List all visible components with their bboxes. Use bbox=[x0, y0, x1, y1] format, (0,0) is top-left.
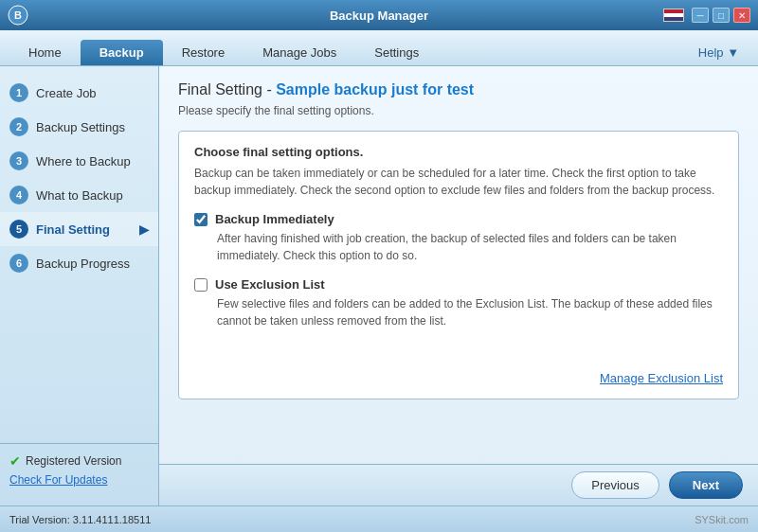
sidebar-item-backup-progress-label: Backup Progress bbox=[36, 257, 130, 271]
sidebar-items: 1 Create Job 2 Backup Settings 3 Where t… bbox=[0, 76, 158, 443]
registered-check-icon: ✔ bbox=[9, 453, 21, 469]
app-title: Backup Manager bbox=[330, 9, 428, 23]
title-bar-left: B bbox=[8, 5, 28, 26]
step-number-6: 6 bbox=[9, 254, 28, 273]
settings-box: Choose final setting options. Backup can… bbox=[178, 131, 739, 399]
help-button[interactable]: Help ▼ bbox=[689, 40, 749, 65]
sidebar-item-where-to-backup-label: Where to Backup bbox=[36, 154, 131, 168]
nav-tab-home[interactable]: Home bbox=[9, 40, 81, 65]
step-number-5: 5 bbox=[9, 220, 28, 239]
use-exclusion-checkbox[interactable] bbox=[194, 278, 208, 292]
nav-tab-backup[interactable]: Backup bbox=[81, 40, 163, 65]
title-bar: B Backup Manager ─ □ ✕ bbox=[0, 0, 758, 30]
content-inner: Final Setting - Sample backup just for t… bbox=[159, 66, 758, 464]
registered-label: Registered Version bbox=[26, 454, 121, 468]
backup-immediately-desc: After having finished with job creation,… bbox=[217, 230, 723, 264]
sidebar-item-backup-settings-label: Backup Settings bbox=[36, 120, 125, 134]
registered-text: ✔ Registered Version bbox=[9, 453, 149, 469]
footer-bar: Previous Next bbox=[159, 464, 758, 505]
next-button[interactable]: Next bbox=[669, 471, 743, 499]
settings-box-desc: Backup can be taken immediately or can b… bbox=[194, 165, 723, 199]
manage-exclusion-link[interactable]: Manage Exclusion List bbox=[194, 343, 723, 385]
content-area: Final Setting - Sample backup just for t… bbox=[159, 66, 758, 505]
sidebar-item-final-setting[interactable]: 5 Final Setting ▶ bbox=[0, 212, 158, 246]
settings-box-title: Choose final setting options. bbox=[194, 145, 723, 159]
minimize-button[interactable]: ─ bbox=[692, 8, 709, 23]
sidebar-item-create-job-label: Create Job bbox=[36, 86, 97, 100]
step-number-1: 1 bbox=[9, 83, 28, 102]
page-title-accent: Sample backup just for test bbox=[276, 81, 474, 98]
sidebar-item-where-to-backup[interactable]: 3 Where to Backup bbox=[0, 144, 158, 178]
use-exclusion-text: Use Exclusion List bbox=[215, 277, 325, 292]
sidebar: 1 Create Job 2 Backup Settings 3 Where t… bbox=[0, 66, 159, 505]
svg-text:B: B bbox=[14, 9, 22, 21]
close-button[interactable]: ✕ bbox=[733, 8, 750, 23]
sidebar-bottom: ✔ Registered Version Check For Updates bbox=[0, 443, 158, 496]
previous-button[interactable]: Previous bbox=[571, 471, 659, 499]
app-icon: B bbox=[8, 5, 28, 26]
backup-immediately-text: Backup Immediately bbox=[215, 212, 334, 226]
step-number-2: 2 bbox=[9, 117, 28, 136]
brand-text: SYSkit.com bbox=[695, 514, 749, 525]
active-arrow-icon: ▶ bbox=[139, 222, 149, 237]
use-exclusion-desc: Few selective files and folders can be a… bbox=[217, 295, 723, 329]
page-title-prefix: Final Setting - bbox=[178, 81, 276, 98]
sidebar-item-backup-settings[interactable]: 2 Backup Settings bbox=[0, 110, 158, 144]
status-bar: Trial Version: 3.11.4111.18511 SYSkit.co… bbox=[0, 505, 758, 532]
main-layout: 1 Create Job 2 Backup Settings 3 Where t… bbox=[0, 66, 758, 505]
backup-immediately-checkbox[interactable] bbox=[194, 213, 208, 226]
use-exclusion-section: Use Exclusion List Few selective files a… bbox=[194, 277, 723, 329]
check-updates-link[interactable]: Check For Updates bbox=[9, 473, 107, 487]
nav-bar: Home Backup Restore Manage Jobs Settings… bbox=[0, 30, 758, 66]
backup-immediately-label[interactable]: Backup Immediately bbox=[194, 212, 723, 226]
version-text: Trial Version: 3.11.4111.18511 bbox=[9, 514, 151, 525]
maximize-button[interactable]: □ bbox=[713, 8, 730, 23]
nav-tab-settings[interactable]: Settings bbox=[355, 40, 438, 65]
sidebar-item-final-setting-label: Final Setting bbox=[36, 222, 110, 237]
step-number-3: 3 bbox=[9, 151, 28, 170]
flag-indicator bbox=[663, 9, 684, 22]
sidebar-item-what-to-backup-label: What to Backup bbox=[36, 188, 123, 203]
sidebar-item-what-to-backup[interactable]: 4 What to Backup bbox=[0, 178, 158, 212]
use-exclusion-label[interactable]: Use Exclusion List bbox=[194, 277, 723, 292]
title-bar-controls: ─ □ ✕ bbox=[663, 8, 750, 23]
backup-immediately-section: Backup Immediately After having finished… bbox=[194, 212, 723, 264]
page-subtitle: Please specify the final setting options… bbox=[178, 104, 739, 117]
sidebar-item-create-job[interactable]: 1 Create Job bbox=[0, 76, 158, 110]
nav-tab-managejobs[interactable]: Manage Jobs bbox=[244, 40, 355, 65]
step-number-4: 4 bbox=[9, 186, 28, 204]
nav-tab-restore[interactable]: Restore bbox=[163, 40, 244, 65]
page-title: Final Setting - Sample backup just for t… bbox=[178, 81, 739, 98]
sidebar-item-backup-progress[interactable]: 6 Backup Progress bbox=[0, 246, 158, 280]
